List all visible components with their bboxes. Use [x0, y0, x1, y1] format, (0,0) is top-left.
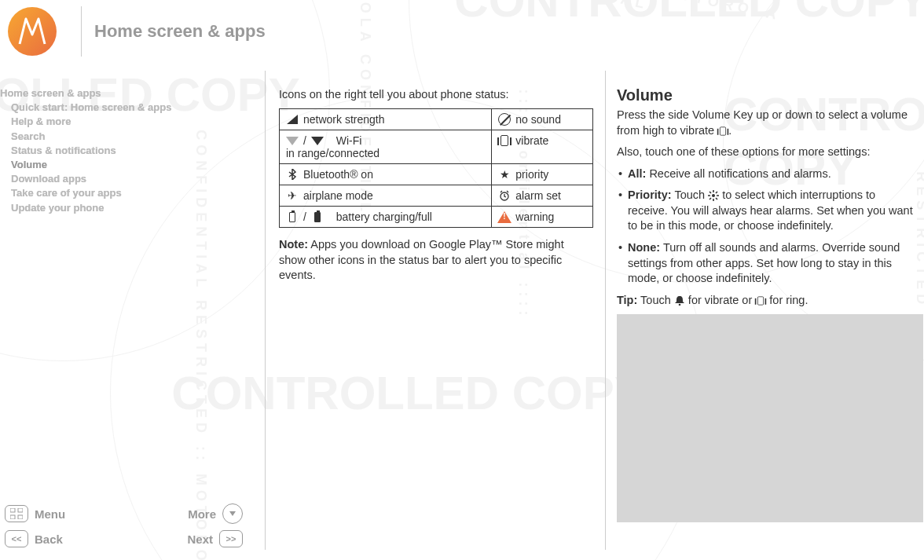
cell-label: Bluetooth® on [303, 168, 373, 181]
back-button[interactable]: << Back [5, 530, 63, 547]
opt-all-body: Receive all notifications and alarms. [649, 167, 830, 180]
content-column-left: Icons on the right tell you about phone … [279, 69, 593, 284]
cell-label: warning [515, 210, 554, 223]
page-header: Home screen & apps [0, 0, 275, 63]
nav-status-notifications[interactable]: Status & notifications [0, 144, 220, 158]
nav-home-screen-apps[interactable]: Home screen & apps [0, 86, 220, 101]
table-row: Bluetooth® on ★priority [280, 164, 593, 185]
menu-icon [5, 505, 28, 522]
opt-none-body: Turn off all sounds and alarms. Override… [628, 241, 900, 284]
svg-rect-2 [10, 515, 15, 519]
svg-point-7 [679, 304, 681, 306]
nav-volume[interactable]: Volume [0, 158, 220, 172]
cell-label: airplane mode [303, 189, 373, 202]
back-icon: << [5, 530, 28, 547]
back-label: Back [35, 533, 63, 546]
nav-search[interactable]: Search [0, 130, 220, 144]
volume-intro-2: Also, touch one of these options for mor… [617, 145, 915, 160]
svg-rect-3 [18, 515, 23, 519]
tip-label: Tip: [617, 294, 637, 306]
bell-icon [674, 295, 685, 306]
list-item: All: Receive all notifications and alarm… [617, 167, 915, 182]
note-label: Note: [279, 238, 308, 251]
column-divider-2 [605, 71, 606, 550]
wifi-in-range-icon [286, 135, 299, 146]
priority-star-icon: ★ [498, 169, 511, 180]
airplane-mode-icon: ✈ [286, 190, 299, 201]
footer-nav: Menu More << Back Next >> [0, 500, 248, 551]
alarm-icon [498, 190, 511, 201]
nav-help-more[interactable]: Help & more [0, 115, 220, 129]
note-paragraph: Note: Apps you download on Google Play™ … [279, 237, 593, 284]
more-icon [222, 503, 243, 524]
settings-gear-icon [708, 190, 719, 201]
menu-button[interactable]: Menu [5, 505, 65, 522]
table-row: ✈airplane mode alarm set [280, 185, 593, 207]
motorola-logo [8, 7, 57, 56]
cell-label: Wi-Fi [336, 134, 362, 147]
next-label: Next [187, 533, 213, 546]
signal-strength-icon [286, 114, 299, 125]
more-label: More [188, 507, 216, 521]
opt-priority-label: Priority: [628, 188, 672, 201]
nav-take-care-apps[interactable]: Take care of your apps [0, 186, 220, 200]
menu-label: Menu [35, 507, 65, 521]
svg-marker-4 [229, 511, 236, 516]
next-icon: >> [219, 530, 243, 547]
header-divider [81, 6, 82, 57]
svg-rect-0 [10, 508, 15, 512]
list-item: None: Turn off all sounds and alarms. Ov… [617, 240, 915, 287]
battery-full-icon [311, 211, 324, 222]
note-body: Apps you download on Google Play™ Store … [279, 238, 564, 281]
volume-intro-1: Press the side Volume Key up or down to … [617, 108, 915, 138]
bluetooth-icon [286, 169, 299, 180]
battery-charging-icon [286, 211, 299, 222]
status-icon-table: network strength no sound / Wi-Fi in ran… [279, 108, 593, 228]
table-row: network strength no sound [280, 109, 593, 130]
opt-none-label: None: [628, 241, 660, 254]
tip-paragraph: Tip: Touch for vibrate or for ring. [617, 293, 915, 309]
cell-label: no sound [515, 113, 561, 126]
cell-sublabel: in range/connected [286, 147, 485, 159]
svg-point-6 [712, 194, 715, 197]
column-divider-1 [265, 71, 266, 550]
cell-label: network strength [303, 113, 385, 126]
sidebar-nav: Home screen & apps Quick start: Home scr… [0, 86, 220, 215]
content-column-right: Volume Press the side Volume Key up or d… [617, 86, 915, 522]
cell-label: priority [515, 168, 548, 181]
more-button[interactable]: More [188, 503, 243, 524]
vibrate-icon [498, 135, 511, 146]
next-button[interactable]: Next >> [187, 530, 243, 547]
svg-rect-1 [18, 508, 23, 512]
table-row: / battery charging/full warning [280, 207, 593, 228]
wifi-connected-icon [311, 135, 324, 146]
vibrate-ring-icon [755, 295, 766, 306]
status-intro: Icons on the right tell you about phone … [279, 88, 593, 101]
volume-options-list: All: Receive all notifications and alarm… [617, 167, 915, 287]
volume-heading: Volume [617, 86, 915, 104]
cell-label: alarm set [515, 189, 561, 202]
opt-all-label: All: [628, 167, 646, 180]
motorola-m-icon [15, 14, 50, 49]
cell-label: vibrate [515, 134, 548, 147]
nav-download-apps[interactable]: Download apps [0, 172, 220, 186]
vibrate-inline-icon [717, 126, 728, 137]
cell-label: battery charging/full [336, 210, 432, 223]
nav-quick-start[interactable]: Quick start: Home screen & apps [0, 101, 220, 115]
no-sound-icon [498, 114, 511, 125]
screenshot-placeholder [617, 314, 923, 522]
nav-update-phone[interactable]: Update your phone [0, 201, 220, 215]
warning-icon [498, 211, 511, 222]
page-title: Home screen & apps [94, 21, 266, 42]
table-row: / Wi-Fi in range/connected vibrate [280, 130, 593, 164]
list-item: Priority: Touch to select which interrup… [617, 188, 915, 234]
